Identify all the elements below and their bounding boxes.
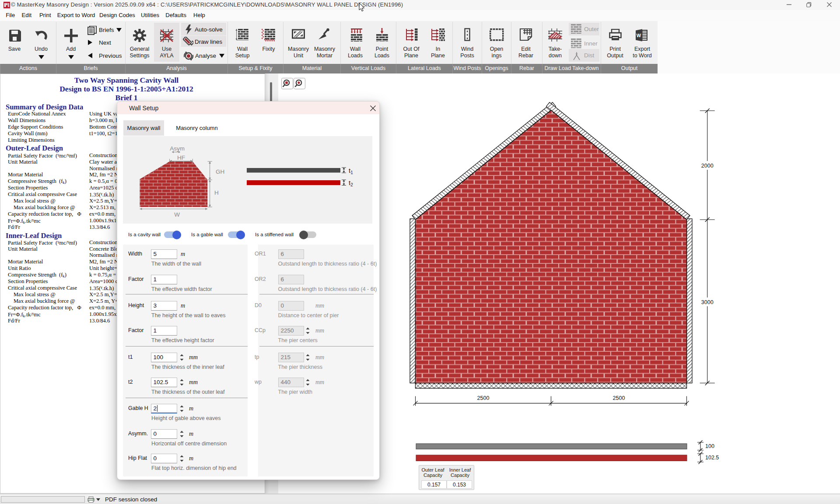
svg-text:2500: 2500 <box>477 395 490 401</box>
svg-text:Asym: Asym <box>170 145 185 152</box>
svg-text:102.5: 102.5 <box>705 455 719 461</box>
svg-text:HF: HF <box>177 154 185 161</box>
svg-text:W: W <box>174 211 180 218</box>
svg-text:2500: 2500 <box>613 395 625 401</box>
svg-text:2000: 2000 <box>701 163 714 169</box>
svg-text:3000: 3000 <box>701 299 714 305</box>
svg-text:GH: GH <box>216 168 224 175</box>
svg-text:H: H <box>214 189 219 196</box>
svg-text:100: 100 <box>705 443 714 449</box>
svg-text:W: W <box>637 33 641 38</box>
